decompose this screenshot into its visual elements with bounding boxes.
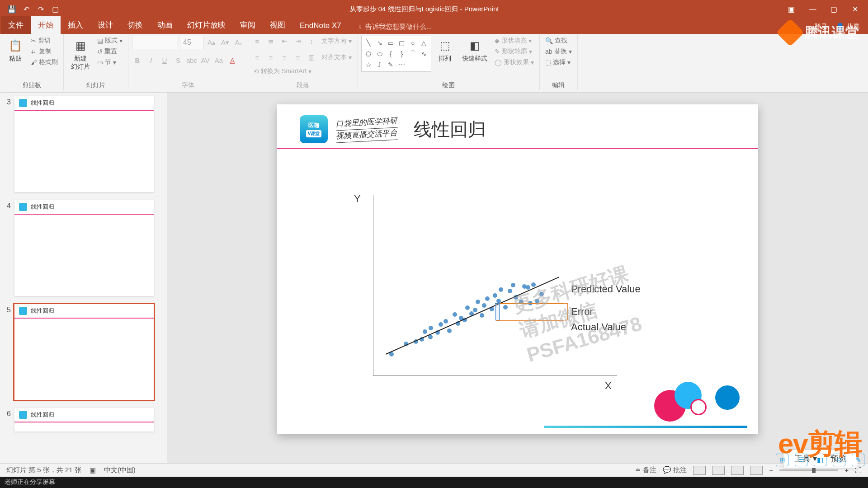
shape-arrow-icon[interactable]: ↘	[375, 38, 385, 48]
spacing-button[interactable]: AV	[200, 55, 211, 66]
align-text-button[interactable]: 对齐文本▾	[320, 52, 354, 62]
shape-brace-icon[interactable]: {	[386, 49, 396, 59]
shape-line-icon[interactable]: ╲	[363, 38, 374, 48]
shadow-button[interactable]: abc	[186, 55, 197, 66]
shape-conn-icon[interactable]: ⤴	[375, 60, 385, 70]
indent-more-icon[interactable]: ⇥	[292, 36, 303, 47]
shape-arc-icon[interactable]: ⌒	[408, 49, 418, 59]
find-button[interactable]: 🔍查找	[543, 36, 574, 46]
slide-editor[interactable]: 医咖 V课堂 口袋里的医学科研 视频直播交流平台 线性回归 Y X	[167, 93, 868, 463]
increase-font-icon[interactable]: A▴	[206, 37, 217, 48]
shapes-gallery[interactable]: ╲ ↘ ▭ ▢ ○ △ ⬠ ⬭ { } ⌒ ∿ ☆ ⤴ ✎ ⋯	[361, 36, 431, 72]
tab-view[interactable]: 视图	[263, 16, 292, 34]
bullets-icon[interactable]: ≡	[252, 36, 263, 47]
shape-ell-icon[interactable]: ⬭	[375, 49, 385, 59]
align-center-icon[interactable]: ≡	[265, 52, 276, 63]
paste-button[interactable]: 📋 粘贴	[4, 36, 27, 65]
arrange-button[interactable]: ⬚ 排列	[433, 36, 457, 65]
tab-review[interactable]: 审阅	[233, 16, 263, 34]
indent-less-icon[interactable]: ⇤	[279, 36, 290, 47]
tab-file[interactable]: 文件	[1, 16, 31, 34]
underline-button[interactable]: U	[159, 55, 170, 66]
minimize-button[interactable]: ―	[802, 0, 823, 18]
sorter-view-icon[interactable]	[712, 466, 725, 475]
copy-button[interactable]: ⿻复制	[29, 47, 60, 56]
scatter-point	[535, 299, 539, 303]
font-color-button[interactable]: A	[227, 55, 238, 66]
thumbnail-panel[interactable]: 3 线性回归 4 线性回归 5 线性回归	[0, 93, 167, 463]
strike-button[interactable]: S	[173, 55, 184, 66]
spellcheck-icon[interactable]: ▣	[90, 466, 96, 474]
shape-outline-button[interactable]: ✎形状轮廓▾	[493, 47, 536, 56]
shape-rect2-icon[interactable]: ▢	[397, 38, 407, 48]
slideshow-view-icon[interactable]	[750, 466, 763, 475]
slideshow-icon[interactable]: ▢	[50, 4, 60, 14]
font-size-input[interactable]	[180, 36, 203, 49]
thumbnail-6[interactable]: 线性回归	[14, 408, 154, 432]
shape-curve-icon[interactable]: ∿	[419, 49, 429, 59]
notes-button[interactable]: ≐ 备注	[635, 466, 656, 474]
quick-access-toolbar: 💾 ↶ ↷ ▢	[0, 4, 67, 14]
layout-button[interactable]: ▤版式▾	[95, 36, 124, 46]
tab-insert[interactable]: 插入	[61, 16, 90, 34]
shape-oval-icon[interactable]: ○	[408, 38, 418, 48]
thumbnail-5[interactable]: 线性回归	[14, 304, 154, 400]
thumbnail-4[interactable]: 线性回归	[14, 200, 154, 296]
select-button[interactable]: ⬚选择▾	[543, 57, 574, 67]
shape-effects-button[interactable]: ◯形状效果▾	[493, 57, 536, 67]
selected-error-box[interactable]	[495, 303, 500, 320]
redo-icon[interactable]: ↷	[36, 4, 46, 14]
reset-button[interactable]: ↺重置	[95, 47, 124, 56]
align-left-icon[interactable]: ≡	[252, 52, 263, 63]
cut-button[interactable]: ✂剪切	[29, 36, 60, 46]
thumbnail-3[interactable]: 线性回归	[14, 96, 154, 192]
language-indicator[interactable]: 中文(中国)	[104, 466, 136, 474]
bold-button[interactable]: B	[132, 55, 143, 66]
clear-format-icon[interactable]: Aₓ	[233, 37, 244, 48]
tab-endnote[interactable]: EndNote X7	[292, 18, 349, 34]
slide-canvas[interactable]: 医咖 V课堂 口袋里的医学科研 视频直播交流平台 线性回归 Y X	[277, 104, 758, 434]
zoom-slider[interactable]	[779, 469, 838, 471]
shape-tri-icon[interactable]: △	[419, 38, 429, 48]
format-painter-button[interactable]: 🖌格式刷	[29, 57, 60, 67]
numbering-icon[interactable]: ≣	[265, 36, 276, 47]
zoom-out-icon[interactable]: −	[769, 466, 773, 474]
shape-brace2-icon[interactable]: }	[397, 49, 407, 59]
justify-icon[interactable]: ≡	[292, 52, 303, 63]
align-right-icon[interactable]: ≡	[279, 52, 290, 63]
tab-home[interactable]: 开始	[31, 16, 61, 34]
ribbon: 📋 粘贴 ✂剪切 ⿻复制 🖌格式刷 剪贴板 ▦ 新建 幻灯片 ▤版式▾	[0, 34, 868, 93]
close-button[interactable]: ✕	[845, 0, 865, 18]
text-direction-button[interactable]: 文字方向▾	[320, 36, 354, 46]
italic-button[interactable]: I	[146, 55, 156, 66]
shape-star-icon[interactable]: ☆	[363, 60, 374, 70]
tab-transitions[interactable]: 切换	[120, 16, 150, 34]
font-name-input[interactable]	[132, 36, 177, 49]
tab-design[interactable]: 设计	[90, 16, 120, 34]
ribbon-options-icon[interactable]: ▣	[781, 0, 802, 18]
comments-button[interactable]: 💬 批注	[663, 466, 687, 474]
tell-me-search[interactable]: ♀ 告诉我您想要做什么...	[358, 23, 432, 34]
change-case-button[interactable]: Aa	[213, 55, 224, 66]
quick-styles-button[interactable]: ◧ 快速样式	[458, 36, 491, 65]
line-spacing-icon[interactable]: ↕	[306, 36, 317, 47]
new-slide-button[interactable]: ▦ 新建 幻灯片	[67, 36, 94, 73]
shape-free-icon[interactable]: ✎	[386, 60, 396, 70]
tab-animations[interactable]: 动画	[150, 16, 180, 34]
replace-button[interactable]: ab替换▾	[543, 47, 574, 56]
normal-view-icon[interactable]	[693, 466, 706, 475]
undo-icon[interactable]: ↶	[21, 4, 31, 14]
shape-poly-icon[interactable]: ⬠	[363, 49, 374, 59]
shape-rect-icon[interactable]: ▭	[386, 38, 396, 48]
smartart-button[interactable]: ⟲转换为 SmartArt▾	[252, 66, 313, 76]
reading-view-icon[interactable]	[731, 466, 744, 475]
save-icon[interactable]: 💾	[7, 4, 17, 14]
decrease-font-icon[interactable]: A▾	[220, 37, 231, 48]
tab-slideshow[interactable]: 幻灯片放映	[180, 16, 233, 34]
find-icon: 🔍	[545, 37, 553, 44]
columns-icon[interactable]: ▥	[306, 52, 317, 63]
section-button[interactable]: ▭节▾	[95, 57, 124, 67]
maximize-button[interactable]: ▢	[824, 0, 844, 18]
shape-more-icon[interactable]: ⋯	[397, 60, 407, 70]
shape-fill-button[interactable]: ◆形状填充▾	[493, 36, 536, 46]
